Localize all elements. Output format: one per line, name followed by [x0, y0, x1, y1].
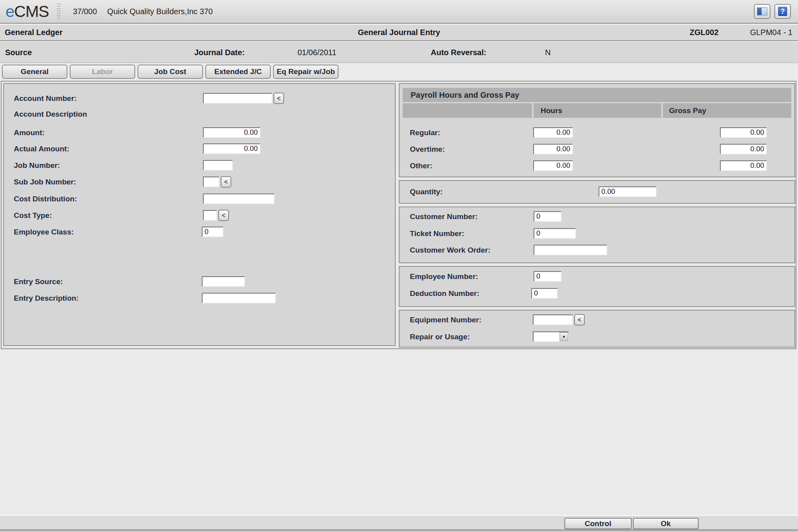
company-code: 37/000 — [73, 7, 97, 16]
entry-source-row: Entry Source: — [4, 276, 395, 287]
amount-label: Amount: — [14, 127, 45, 138]
customer-number-row: Customer Number: — [400, 211, 794, 222]
sub-job-number-row: Sub Job Number: < — [4, 176, 395, 188]
cost-distribution-row: Cost Distribution: — [4, 193, 395, 205]
overtime-label: Overtime: — [410, 143, 445, 155]
journal-date-value: 01/06/2011 — [298, 42, 337, 63]
regular-gross-pay-input[interactable] — [720, 127, 767, 138]
lookup-chevron-icon: < — [224, 179, 228, 185]
panels-icon — [757, 7, 767, 15]
customer-number-label: Customer Number: — [410, 211, 478, 222]
auto-reversal-value: N — [545, 42, 551, 63]
tab-eq-repair-w-job[interactable]: Eq Repair w/Job — [273, 65, 339, 79]
gross-pay-column-header: Gross Pay — [663, 103, 791, 118]
equipment-number-input[interactable] — [533, 314, 573, 325]
program-code: ZGL002 — [690, 25, 718, 40]
account-number-lookup-button[interactable]: < — [273, 93, 284, 104]
ticket-number-input[interactable] — [534, 228, 576, 239]
actual-amount-input[interactable] — [203, 143, 260, 154]
tab-job-cost[interactable]: Job Cost — [138, 65, 203, 79]
entry-source-input[interactable] — [202, 276, 245, 287]
tab-labor: Labor — [70, 65, 135, 79]
blank-column-header — [403, 103, 532, 118]
account-number-row: Account Number: < — [4, 93, 395, 104]
other-label: Other: — [410, 160, 432, 171]
ecms-logo: eCMS — [6, 4, 49, 20]
cost-type-row: Cost Type: < — [4, 210, 395, 221]
cost-type-input[interactable] — [203, 210, 217, 221]
screen-id: GLPM04 - 1 — [750, 25, 792, 40]
ok-button[interactable]: Ok — [633, 518, 699, 529]
regular-hours-input[interactable] — [533, 127, 573, 138]
amount-row: Amount: — [4, 127, 395, 138]
repair-or-usage-select[interactable]: ▼ — [533, 331, 569, 342]
customer-work-order-label: Customer Work Order: — [410, 244, 490, 256]
repair-or-usage-label: Repair or Usage: — [410, 331, 470, 342]
auto-reversal-label: Auto Reversal: — [431, 42, 486, 63]
employee-class-label: Employee Class: — [14, 226, 74, 238]
lookup-chevron-icon: < — [578, 317, 581, 323]
deduction-number-row: Deduction Number: — [400, 288, 794, 299]
sub-job-number-label: Sub Job Number: — [14, 176, 76, 188]
other-gross-pay-input[interactable] — [720, 160, 767, 171]
ticket-number-row: Ticket Number: — [400, 228, 794, 239]
lookup-chevron-icon: < — [222, 212, 225, 219]
employee-number-input[interactable] — [534, 271, 562, 282]
app-top-bar: eCMS 37/000 Quick Quality Builders,Inc 3… — [0, 0, 798, 24]
payroll-section-header: Payroll Hours and Gross Pay — [403, 88, 791, 102]
tab-bar: General Labor Job Cost Extended J/C Eq R… — [2, 65, 339, 79]
tab-extended-jc[interactable]: Extended J/C — [205, 65, 271, 79]
quantity-row: Quantity: — [400, 186, 794, 197]
logo-e: e — [6, 2, 14, 20]
job-number-input[interactable] — [203, 160, 233, 171]
quantity-label: Quantity: — [410, 186, 443, 197]
page-title: General Journal Entry — [0, 25, 798, 40]
overtime-hours-input[interactable] — [533, 144, 573, 154]
account-number-label: Account Number: — [14, 93, 76, 104]
general-entry-panel: Account Number: < Account Description Am… — [3, 83, 396, 346]
info-row: Source Journal Date: 01/06/2011 Auto Rev… — [0, 42, 798, 63]
deduction-number-label: Deduction Number: — [410, 288, 479, 299]
source-label: Source — [5, 42, 32, 63]
account-number-input[interactable] — [203, 93, 272, 104]
amount-input[interactable] — [203, 127, 260, 138]
entry-description-label: Entry Description: — [14, 292, 79, 304]
employee-class-input[interactable] — [202, 227, 223, 237]
dropdown-arrow-icon[interactable]: ▼ — [560, 332, 568, 341]
cost-distribution-input[interactable] — [203, 193, 275, 204]
tab-general[interactable]: General — [2, 65, 67, 79]
sub-job-number-lookup-button[interactable]: < — [221, 176, 231, 188]
equipment-number-label: Equipment Number: — [410, 314, 482, 326]
window-panels-button[interactable] — [754, 4, 770, 19]
payroll-column-headers: Hours Gross Pay — [403, 103, 791, 118]
customer-work-order-input[interactable] — [534, 245, 607, 255]
account-description-row: Account Description — [4, 108, 395, 120]
cost-type-lookup-button[interactable]: < — [218, 210, 229, 221]
job-number-label: Job Number: — [14, 160, 60, 171]
other-hours-input[interactable] — [533, 160, 573, 171]
control-button[interactable]: Control — [564, 518, 632, 529]
company-name: Quick Quality Builders,Inc 370 — [107, 7, 213, 16]
customer-number-input[interactable] — [534, 211, 562, 222]
sub-job-number-input[interactable] — [203, 177, 219, 187]
repair-or-usage-row: Repair or Usage: ▼ — [400, 331, 794, 342]
employee-section: Employee Number: Deduction Number: — [399, 266, 795, 307]
regular-label: Regular: — [410, 127, 440, 138]
deduction-number-input[interactable] — [531, 288, 558, 299]
customer-section: Customer Number: Ticket Number: Customer… — [399, 206, 795, 263]
help-button[interactable]: ? — [774, 4, 791, 19]
main-content-outline: Account Number: < Account Description Am… — [1, 81, 796, 349]
employee-class-row: Employee Class: — [4, 226, 395, 238]
equipment-number-lookup-button[interactable]: < — [574, 314, 585, 326]
entry-description-input[interactable] — [202, 293, 276, 303]
hours-column-header: Hours — [534, 103, 661, 118]
overtime-gross-pay-input[interactable] — [720, 144, 767, 154]
equipment-number-row: Equipment Number: < — [400, 314, 794, 326]
lookup-chevron-icon: < — [277, 95, 281, 102]
ticket-number-label: Ticket Number: — [410, 228, 464, 239]
employee-number-label: Employee Number: — [410, 271, 478, 282]
quantity-input[interactable] — [599, 186, 657, 197]
cost-type-label: Cost Type: — [14, 210, 52, 221]
topbar-buttons: ? — [754, 4, 791, 19]
actual-amount-row: Actual Amount: — [4, 143, 395, 154]
